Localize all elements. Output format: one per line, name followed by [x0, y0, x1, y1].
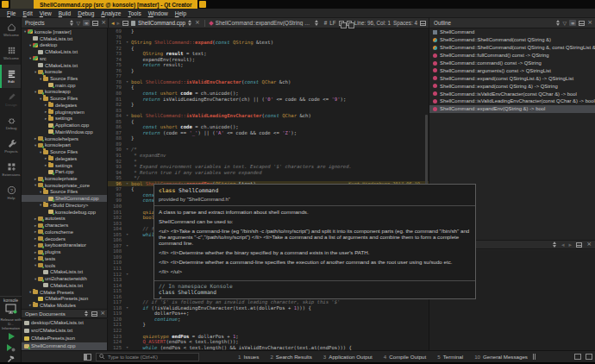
tree-item[interactable]: ▸konsolehelpers — [22, 135, 107, 142]
close-pane-icon[interactable]: × — [586, 242, 592, 248]
tree-item[interactable]: ▾uni2characterwidth — [22, 275, 107, 282]
tree-item[interactable]: MainWindow.cpp — [22, 129, 107, 135]
split-editor-icon[interactable] — [122, 21, 128, 26]
tree-item[interactable]: CMakeLists.txt — [22, 48, 107, 55]
outline-item[interactable]: ShellCommand::arguments() const -> QStri… — [429, 66, 595, 74]
mode-item-edit[interactable]: Edit — [0, 65, 21, 88]
menu-window[interactable]: Window — [145, 10, 172, 16]
outline-item[interactable]: ShellCommand::expand(const QString &) ->… — [429, 82, 595, 90]
mode-item-debug[interactable]: Debug — [0, 111, 21, 135]
tree-item[interactable]: ▾CMake Presets — [22, 289, 107, 296]
outline-item[interactable]: ShellCommand::expandEnv(QString &) -> bo… — [429, 105, 595, 113]
tree-item[interactable]: ShellCommand.cpp — [22, 195, 107, 202]
tree-item[interactable]: ▸pluginsystem — [22, 109, 107, 116]
tree-item[interactable]: ▸delegates — [22, 155, 107, 162]
tree-item[interactable]: CMakeLists.txt — [22, 62, 107, 69]
open-document-item[interactable]: desktop/CMakeLists.txt — [22, 319, 107, 327]
editor-action-icon[interactable] — [347, 21, 352, 26]
tree-item[interactable]: ▾konsoleapp — [22, 89, 107, 96]
sync-with-editor-icon[interactable]: ∞ — [83, 20, 90, 26]
tree-item[interactable]: ▸konsoleprivate — [22, 175, 107, 182]
close-pane-icon[interactable]: × — [101, 20, 106, 26]
filter-icon[interactable]: ▽ — [77, 21, 81, 26]
tree-item[interactable]: ▸settings — [22, 162, 107, 169]
tree-item[interactable]: Application.cpp — [22, 122, 107, 129]
pane-combo-icon[interactable] — [70, 20, 74, 26]
close-document-icon[interactable]: × — [195, 20, 200, 26]
sync-with-editor-icon[interactable]: ∞ — [569, 20, 576, 26]
open-file-tab[interactable]: ShellCommand.cpp — [138, 20, 185, 26]
tree-item[interactable]: ▾konsole — [22, 68, 107, 75]
menu-edit[interactable]: Edit — [20, 10, 36, 16]
mode-item-design[interactable]: Design — [0, 88, 21, 111]
menu-file[interactable]: File — [3, 10, 20, 16]
tree-item[interactable]: ▾desktop — [22, 41, 107, 48]
menu-analyze[interactable]: Analyze — [97, 10, 124, 16]
outline-item[interactable]: ShellCommand::isValidEnvCharacter(const … — [429, 90, 595, 97]
go-back-icon[interactable]: ◂ — [111, 20, 115, 27]
open-document-item[interactable]: ShellCommand.cpp — [22, 342, 107, 350]
tree-item[interactable]: ▾<Build Directory> — [22, 202, 107, 209]
tree-item[interactable]: ▾Source Files — [22, 75, 107, 82]
output-pane-button-terminal[interactable]: 5Terminal — [437, 354, 463, 360]
history-forward-icon[interactable]: ▸ — [569, 242, 573, 248]
sidebar-toggle-icon[interactable] — [84, 354, 91, 361]
tree-item[interactable]: CMakePresets.json — [22, 295, 107, 302]
document-dropdown-icon[interactable] — [188, 20, 192, 26]
tree-item[interactable]: ▾src — [22, 55, 107, 62]
tree-item[interactable]: CMakeLists.txt — [22, 268, 107, 275]
mode-item-welcome[interactable]: Welcome — [0, 18, 21, 41]
tree-item[interactable]: ▾Source Files — [22, 148, 107, 155]
line-ending-indicator[interactable]: LF — [329, 20, 335, 26]
editor-scrollbar[interactable] — [425, 115, 428, 188]
open-documents-selector[interactable]: Open Documents — [25, 311, 82, 317]
outline-item[interactable]: ShellCommand — [429, 28, 595, 36]
tree-item[interactable]: ▸settings — [22, 116, 107, 122]
tree-item[interactable]: ▾konsoleprivate_core — [22, 182, 107, 189]
outline-item[interactable]: ShellCommand::ShellCommand(const QString… — [429, 44, 595, 52]
kit-selector[interactable]: konsole Release with D... Information — [0, 296, 22, 364]
editor-action-icon[interactable] — [339, 21, 344, 26]
menu-debug[interactable]: Debug — [74, 10, 97, 16]
maximize-output-icon[interactable] — [586, 354, 592, 360]
window-tab-segment[interactable] — [10, 0, 34, 9]
close-pane-icon[interactable]: × — [587, 20, 592, 26]
split-pane-icon[interactable] — [92, 21, 98, 26]
tree-item[interactable]: ▾konsolepart — [22, 141, 107, 148]
indentation-indicator[interactable]: Spaces: 4 — [393, 20, 417, 26]
build-progress-icon[interactable] — [574, 354, 581, 360]
open-document-item[interactable]: CMakePresets.json — [22, 335, 107, 342]
tree-item[interactable]: ▸keyboardtranslator — [22, 242, 107, 249]
output-pane-menu-icon[interactable] — [533, 354, 536, 360]
tree-item[interactable]: main.cpp — [22, 82, 107, 89]
pane-combo-icon[interactable] — [556, 20, 561, 26]
tree-item[interactable]: ▾konsole [master] — [22, 28, 107, 35]
mode-item-projects[interactable]: Projects — [0, 135, 21, 158]
symbol-dropdown-icon[interactable] — [315, 20, 319, 26]
tree-item[interactable]: ▸colorscheme — [22, 229, 107, 235]
close-pane-icon[interactable]: × — [100, 311, 105, 317]
split-pane-icon[interactable] — [91, 311, 97, 317]
tree-item[interactable]: ▸characters — [22, 222, 107, 229]
output-pane-button-compile-output[interactable]: 4Compile Output — [384, 354, 426, 360]
history-back-icon[interactable]: ◂ — [561, 242, 565, 248]
outline-item[interactable]: ShellCommand::fullCommand() const -> QSt… — [429, 52, 595, 60]
tree-item[interactable]: ▸delegates — [22, 102, 107, 109]
run-button[interactable] — [0, 330, 22, 342]
pane-combo-icon[interactable] — [85, 311, 89, 317]
output-pane-button-issues[interactable]: 1Issues — [238, 354, 259, 360]
split-pane-icon[interactable] — [579, 21, 585, 26]
outline-item[interactable]: ShellCommand::command() const -> QString — [429, 60, 595, 67]
tree-item[interactable]: ▸tests — [22, 255, 107, 262]
tree-item[interactable]: ▾tools — [22, 262, 107, 269]
tree-item[interactable]: CMakeLists.txt — [22, 35, 107, 42]
go-forward-icon[interactable]: ▸ — [117, 20, 121, 27]
outline-pane-selector[interactable]: Outline — [434, 20, 554, 26]
annotate-toggle[interactable]: # — [324, 20, 328, 26]
locator-input[interactable]: Type to locate (Ctrl+K) — [96, 353, 199, 361]
menu-help[interactable]: Help — [172, 10, 190, 16]
tree-item[interactable]: ▾Source Files — [22, 95, 107, 102]
editor-menu-icon[interactable] — [420, 21, 426, 26]
cursor-position[interactable]: Line: 96, Col: 1 — [354, 20, 391, 26]
tree-item[interactable]: ▸autotests — [22, 216, 107, 223]
